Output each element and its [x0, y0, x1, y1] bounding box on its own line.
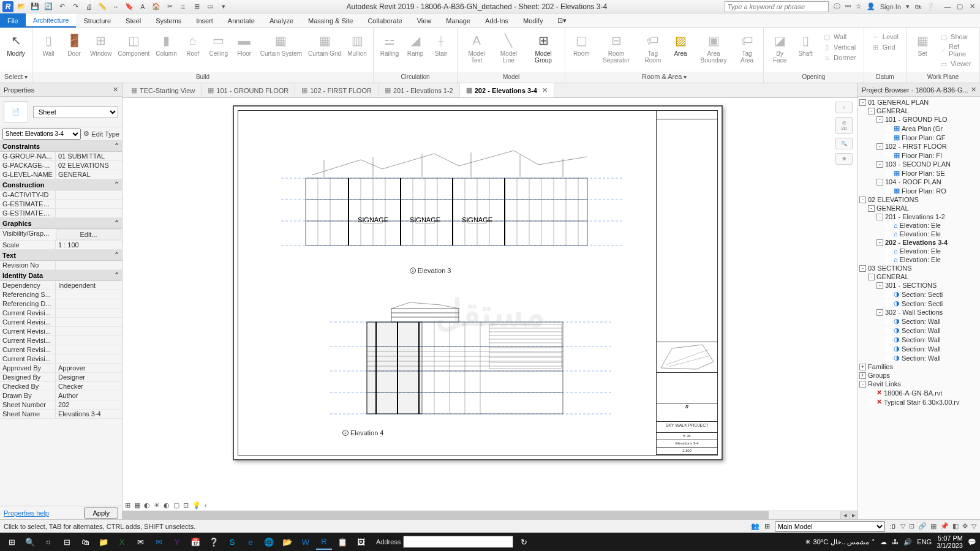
filter2-icon[interactable]: ▽: [971, 522, 976, 530]
dim-icon[interactable]: ↔: [110, 1, 121, 12]
show-button[interactable]: ▢Show: [938, 32, 973, 42]
viewport[interactable]: R SKY WALK PROJECT B 36 Elevations 3-4 1…: [123, 98, 858, 511]
prop-category[interactable]: Constraints⌃: [0, 141, 122, 152]
tree-toggle-icon[interactable]: -: [876, 143, 883, 150]
column-button[interactable]: ▮Column: [153, 31, 179, 58]
favorite-icon[interactable]: ☆: [856, 2, 862, 10]
signin-dropdown-icon[interactable]: ▾: [906, 2, 910, 10]
ramp-button[interactable]: ◢Ramp: [403, 31, 428, 58]
hide-icon[interactable]: 💡: [192, 501, 201, 509]
tree-toggle-icon[interactable]: -: [868, 108, 875, 114]
undo-icon[interactable]: ↶: [56, 1, 67, 12]
tag-icon[interactable]: 🔖: [124, 1, 135, 12]
prop-row[interactable]: Current Revisi...: [0, 336, 122, 345]
prop-row[interactable]: G-ESTIMATED...: [0, 209, 122, 218]
tray-up-icon[interactable]: ˄: [872, 538, 875, 546]
nav-zoom-icon[interactable]: 🔍: [835, 138, 853, 149]
room-separator-button[interactable]: ⊟Room Separator: [595, 31, 638, 65]
opening-dormer-button[interactable]: ⌂Dormer: [821, 53, 858, 62]
stair-button[interactable]: ⟊Stair: [429, 31, 453, 58]
sunpath-icon[interactable]: ☀: [154, 501, 160, 509]
room-button[interactable]: ▢Room: [569, 31, 594, 58]
tree-item[interactable]: -GENERAL: [858, 107, 980, 115]
tree-item[interactable]: ▦Area Plan (Gr: [858, 124, 980, 133]
tab-architecture[interactable]: Architecture: [26, 13, 77, 28]
start-button[interactable]: ⊞: [4, 534, 20, 550]
text-icon[interactable]: A: [137, 1, 148, 12]
tree-item[interactable]: ⌂Elevation: Ele: [858, 247, 980, 255]
tree-item[interactable]: -01 GENERAL PLAN: [858, 98, 980, 107]
prop-row[interactable]: DependencyIndependent: [0, 281, 122, 290]
tab-modify[interactable]: Modify: [516, 13, 550, 28]
tree-item[interactable]: -104 - ROOF PLAN: [858, 178, 980, 186]
ribbon-flyout-icon[interactable]: ⊡▾: [550, 13, 574, 28]
view-tab[interactable]: ▦102 - FIRST FLOOR: [295, 83, 379, 97]
tree-item[interactable]: ⌂Elevation: Ele: [858, 230, 980, 238]
tab-collaborate[interactable]: Collaborate: [360, 13, 409, 28]
crop-region-icon[interactable]: ⊡: [183, 501, 189, 509]
scroll-left-icon[interactable]: ◂: [840, 511, 849, 519]
shadows-icon[interactable]: ◐: [164, 501, 170, 509]
help-icon[interactable]: ❔: [926, 2, 935, 10]
tab-annotate[interactable]: Annotate: [221, 13, 262, 28]
refplane-button[interactable]: ⟋Ref Plane: [938, 42, 973, 58]
floor-button[interactable]: ▬Floor: [232, 31, 257, 58]
search-input[interactable]: [725, 1, 829, 12]
prop-row[interactable]: G-PACKAGE-...02 ELEVATIONS: [0, 161, 122, 170]
select-underlay-icon[interactable]: ▦: [930, 522, 937, 530]
prop-row[interactable]: Approved ByApprover: [0, 364, 122, 373]
prop-row[interactable]: Current Revisi...: [0, 327, 122, 336]
prop-row[interactable]: Current Revisi...: [0, 309, 122, 318]
network-icon[interactable]: 🖧: [892, 538, 899, 545]
prop-row[interactable]: Checked ByChecker: [0, 382, 122, 391]
tab-steel[interactable]: Steel: [118, 13, 148, 28]
tree-item[interactable]: -201 - Elevations 1-2: [858, 212, 980, 221]
calendar-icon[interactable]: 📅: [187, 534, 203, 550]
window-button[interactable]: ⊞Window: [88, 31, 115, 58]
opening-vertical-button[interactable]: ▯Vertical: [821, 42, 858, 52]
prop-row[interactable]: Designed ByDesigner: [0, 373, 122, 382]
prop-category[interactable]: Identity Data⌃: [0, 270, 122, 281]
cortana-icon[interactable]: ○: [40, 534, 56, 550]
3d-icon[interactable]: 🏠: [151, 1, 162, 12]
tab-analyze[interactable]: Analyze: [262, 13, 301, 28]
tree-toggle-icon[interactable]: -: [859, 99, 866, 106]
help-taskbar-icon[interactable]: ❔: [206, 534, 222, 550]
shaft-button[interactable]: ▯Shaft: [793, 31, 818, 58]
mullion-button[interactable]: ▥Mullion: [345, 31, 369, 58]
close-button[interactable]: ✕: [967, 2, 978, 11]
workset-selector[interactable]: Main Model: [775, 521, 885, 532]
scroll-right-icon[interactable]: ▸: [849, 511, 858, 519]
store-icon[interactable]: 🛍: [77, 534, 93, 550]
model-text-button[interactable]: AModel Text: [461, 31, 492, 65]
address-go-icon[interactable]: ↻: [516, 534, 532, 550]
prop-row[interactable]: G-ESTIMATED...: [0, 200, 122, 209]
prop-row[interactable]: Drawn ByAuthor: [0, 391, 122, 400]
weather-widget[interactable]: ☀ 30°C مشمس ..خال: [805, 538, 870, 546]
prop-row[interactable]: Current Revisi...: [0, 354, 122, 364]
select-links-icon[interactable]: 🔗: [918, 522, 927, 530]
model-line-button[interactable]: ╲Model Line: [493, 31, 524, 65]
visual-style-icon[interactable]: ◐: [144, 501, 150, 509]
prop-row[interactable]: G-ACTIVITY-ID: [0, 190, 122, 200]
tree-item[interactable]: -03 SECTIONS: [858, 264, 980, 272]
tab-manage[interactable]: Manage: [439, 13, 478, 28]
tree-item[interactable]: -Revit Links: [858, 380, 980, 388]
tree-item[interactable]: -GENERAL: [858, 272, 980, 281]
view-tab[interactable]: ▦202 - Elevations 3-4✕: [460, 83, 554, 97]
prop-row[interactable]: Current Revisi...: [0, 345, 122, 354]
tree-item[interactable]: ▦Floor Plan: FI: [858, 151, 980, 160]
user-icon[interactable]: 👤: [867, 2, 875, 10]
tab-view[interactable]: View: [410, 13, 439, 28]
clock[interactable]: 5:07 PM 3/1/2023: [937, 534, 963, 549]
instance-selector[interactable]: Sheet: Elevations 3-4: [2, 129, 81, 140]
tree-toggle-icon[interactable]: -: [859, 265, 866, 272]
prop-row[interactable]: Sheet Number202: [0, 400, 122, 410]
prop-row[interactable]: Sheet NameElevations 3-4: [0, 410, 122, 419]
tree-item[interactable]: -GENERAL: [858, 204, 980, 212]
modify-button[interactable]: ↖Modify: [4, 31, 28, 58]
tab-file[interactable]: File: [0, 13, 26, 28]
reveal-icon[interactable]: ‹: [205, 501, 207, 509]
tree-toggle-icon[interactable]: -: [876, 239, 883, 246]
yahoo-icon[interactable]: Y: [169, 534, 185, 550]
